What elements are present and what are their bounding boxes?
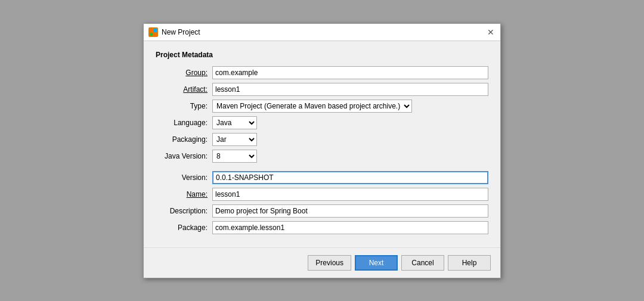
- cancel-button[interactable]: Cancel: [401, 255, 444, 271]
- group-row: Group:: [156, 66, 488, 79]
- type-row: Type: Maven Project (Generate a Maven ba…: [156, 100, 488, 113]
- java-version-label: Java Version:: [156, 152, 212, 160]
- help-button[interactable]: Help: [448, 255, 491, 271]
- title-bar: New Project ✕: [144, 24, 500, 41]
- type-select[interactable]: Maven Project (Generate a Maven based pr…: [212, 100, 412, 113]
- group-label: Group:: [156, 69, 212, 77]
- description-label: Description:: [156, 207, 212, 215]
- language-label: Language:: [156, 119, 212, 127]
- app-icon: [148, 27, 158, 37]
- next-button[interactable]: Next: [355, 255, 398, 271]
- section-title: Project Metadata: [156, 51, 488, 59]
- svg-rect-1: [154, 29, 157, 32]
- new-project-dialog: New Project ✕ Project Metadata Group: Ar…: [143, 23, 501, 278]
- language-row: Language: Java Kotlin Groovy: [156, 116, 488, 129]
- group-input[interactable]: [212, 66, 488, 79]
- svg-rect-2: [150, 33, 153, 36]
- name-row: Name:: [156, 188, 488, 201]
- close-button[interactable]: ✕: [486, 28, 496, 36]
- dialog-content: Project Metadata Group: Artifact: Type: …: [144, 41, 500, 247]
- dialog-title: New Project: [162, 28, 200, 36]
- packaging-label: Packaging:: [156, 135, 212, 144]
- previous-button[interactable]: Previous: [308, 255, 351, 271]
- language-select[interactable]: Java Kotlin Groovy: [212, 116, 257, 129]
- packaging-row: Packaging: Jar War: [156, 133, 488, 146]
- svg-rect-3: [154, 33, 157, 36]
- package-row: Package:: [156, 221, 488, 234]
- packaging-select[interactable]: Jar War: [212, 133, 257, 146]
- java-version-select[interactable]: 8 11 17: [212, 150, 257, 163]
- package-input[interactable]: [212, 221, 488, 234]
- type-label: Type:: [156, 102, 212, 110]
- package-label: Package:: [156, 224, 212, 232]
- name-input[interactable]: [212, 188, 488, 201]
- artifact-row: Artifact:: [156, 83, 488, 96]
- version-row: Version:: [156, 171, 488, 184]
- title-bar-left: New Project: [148, 27, 200, 37]
- dialog-footer: Previous Next Cancel Help: [144, 247, 500, 278]
- artifact-input[interactable]: [212, 83, 488, 96]
- svg-rect-0: [150, 29, 153, 32]
- version-label: Version:: [156, 173, 212, 182]
- description-row: Description:: [156, 204, 488, 218]
- artifact-label: Artifact:: [156, 85, 212, 94]
- name-label: Name:: [156, 190, 212, 198]
- description-input[interactable]: [212, 204, 488, 218]
- version-input[interactable]: [212, 171, 488, 184]
- type-select-container: Maven Project (Generate a Maven based pr…: [212, 100, 412, 113]
- java-version-row: Java Version: 8 11 17: [156, 150, 488, 163]
